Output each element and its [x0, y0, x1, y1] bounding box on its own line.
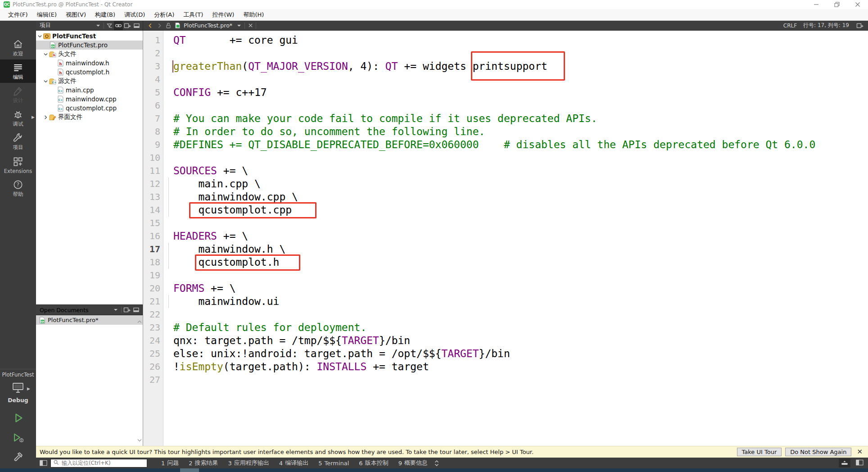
- code-editor[interactable]: QT += core gui greaterThan(QT_MAJOR_VERS…: [173, 31, 815, 386]
- h-file-icon: h: [56, 59, 64, 67]
- output-pane-2[interactable]: 2搜索结果: [184, 458, 223, 468]
- menu-item-0[interactable]: 文件(F): [4, 9, 32, 20]
- menu-item-4[interactable]: 调试(D): [120, 9, 149, 20]
- scroll-down-icon[interactable]: [137, 435, 142, 444]
- menu-item-8[interactable]: 帮助(H): [239, 9, 268, 20]
- chevron-down-icon[interactable]: [43, 79, 49, 84]
- go-forward-icon[interactable]: [155, 21, 164, 30]
- toggle-right-sidebar-icon[interactable]: [856, 459, 863, 467]
- tree-item-label: 头文件: [58, 50, 77, 58]
- panel-selector-dropdown-icon[interactable]: [94, 21, 103, 30]
- output-pane-buttons: 1问题2搜索结果3应用程序输出4编译输出5Terminal6版本控制9概要信息: [156, 458, 433, 468]
- tree-row-main.cpp[interactable]: C+main.cpp: [36, 86, 143, 95]
- kit-config-label: Debug: [8, 397, 28, 404]
- menu-bar: 文件(F)编辑(E)视图(V)构建(B)调试(D)分析(A)工具(T)控件(W)…: [0, 9, 868, 21]
- locator-input[interactable]: [61, 459, 145, 467]
- kit-target-button[interactable]: ▶: [11, 382, 25, 395]
- svg-text:Qt: Qt: [51, 45, 55, 48]
- tree-row-头文件[interactable]: h头文件: [36, 50, 143, 59]
- tree-row-mainwindow.h[interactable]: hmainwindow.h: [36, 59, 143, 68]
- close-window-button[interactable]: [847, 0, 868, 9]
- output-pane-4[interactable]: 4编译输出: [274, 458, 313, 468]
- run-debug-button[interactable]: [11, 431, 25, 445]
- tree-row-PlotFuncTest[interactable]: PlotFuncTest: [36, 32, 143, 41]
- editor-tab-label[interactable]: PlotFuncTest.pro*: [184, 22, 232, 29]
- mode-extensions[interactable]: Extensions: [0, 153, 36, 177]
- tree-row-mainwindow.cpp[interactable]: C+mainwindow.cpp: [36, 95, 143, 104]
- output-pane-9[interactable]: 9概要信息: [393, 458, 433, 468]
- line-ending-indicator[interactable]: CRLF: [783, 23, 797, 29]
- tree-row-界面文件[interactable]: 界面文件: [36, 113, 143, 122]
- tree-item-label: PlotFuncTest: [52, 32, 96, 40]
- menu-item-2[interactable]: 视图(V): [61, 9, 90, 20]
- tree-row-源文件[interactable]: C+源文件: [36, 77, 143, 86]
- mode-welcome[interactable]: 欢迎: [0, 36, 36, 59]
- svg-text:C+: C+: [58, 98, 62, 101]
- line-number: 12: [143, 177, 160, 191]
- tree-row-PlotFuncTest.pro[interactable]: QtPlotFuncTest.pro: [36, 41, 143, 50]
- output-pane-1[interactable]: 1问题: [156, 458, 184, 468]
- open-documents-dropdown-icon[interactable]: [111, 305, 120, 314]
- build-button[interactable]: [11, 450, 25, 465]
- restore-button[interactable]: [827, 0, 847, 9]
- run-button[interactable]: [11, 411, 25, 425]
- editor-tab-bar: PlotFuncTest.pro* CRLF 行号: 17, 列号: 19: [143, 21, 868, 30]
- menu-item-6[interactable]: 工具(T): [179, 9, 208, 20]
- pane-label: 问题: [167, 459, 179, 467]
- filter-icon[interactable]: [105, 21, 114, 30]
- sync-with-editor-icon[interactable]: [114, 21, 123, 30]
- kit-selector: PlotFuncTest ▶ Debug: [0, 369, 36, 468]
- mode-projects[interactable]: 项目: [0, 130, 36, 153]
- tree-row-qcustomplot.h[interactable]: hqcustomplot.h: [36, 68, 143, 77]
- build-progress-button[interactable]: [839, 458, 850, 467]
- chevron-right-icon[interactable]: [43, 115, 49, 120]
- mode-edit[interactable]: 编辑: [0, 59, 36, 83]
- tree-item-label: 界面文件: [58, 113, 82, 121]
- split-editor-icon[interactable]: [855, 21, 864, 30]
- line-number: 7: [143, 112, 160, 125]
- menu-item-1[interactable]: 编辑(E): [32, 9, 61, 20]
- mode-design[interactable]: 设计: [0, 83, 36, 106]
- line-number: 13: [143, 191, 160, 204]
- close-notification-icon[interactable]: ✕: [857, 449, 863, 455]
- code-line: # You can make your code fail to compile…: [173, 112, 815, 125]
- take-ui-tour-button[interactable]: Take UI Tour: [737, 448, 782, 456]
- split-panel-icon[interactable]: [123, 21, 132, 30]
- code-line: greaterThan(QT_MAJOR_VERSION, 4): QT += …: [173, 60, 815, 73]
- locator-box[interactable]: [50, 459, 147, 467]
- tree-item-label: qcustomplot.cpp: [66, 104, 117, 112]
- edit-icon: [12, 62, 24, 73]
- menu-item-3[interactable]: 构建(B): [90, 9, 120, 20]
- fold-guide: [168, 243, 169, 269]
- output-pane-3[interactable]: 3应用程序输出: [223, 458, 274, 468]
- svg-text:h: h: [59, 71, 62, 75]
- menu-item-7[interactable]: 控件(W): [208, 9, 239, 20]
- mode-debug[interactable]: 调试▶: [0, 106, 36, 130]
- code-line: [173, 269, 815, 282]
- close-open-documents-icon[interactable]: [131, 305, 140, 314]
- code-line: #DEFINES += QT_DISABLE_DEPRECATED_BEFORE…: [173, 138, 815, 151]
- output-pane-arrows-icon[interactable]: [434, 460, 439, 467]
- chevron-down-icon[interactable]: [43, 52, 49, 57]
- line-number: 1: [143, 34, 160, 47]
- tree-row-qcustomplot.cpp[interactable]: C+qcustomplot.cpp: [36, 104, 143, 113]
- pro-file-icon: Qt: [49, 41, 57, 49]
- close-document-icon[interactable]: [246, 21, 255, 30]
- extensions-icon: [12, 156, 24, 168]
- minimize-button[interactable]: [806, 0, 827, 9]
- toggle-left-sidebar-icon[interactable]: [40, 460, 47, 466]
- mode-help[interactable]: ?帮助: [0, 177, 36, 200]
- close-panel-icon[interactable]: [132, 21, 141, 30]
- menu-item-5[interactable]: 分析(A): [149, 9, 179, 20]
- output-pane-5[interactable]: 5Terminal: [313, 458, 354, 468]
- document-dropdown-icon[interactable]: [235, 21, 244, 30]
- go-back-icon[interactable]: [146, 21, 155, 30]
- split-open-documents-icon[interactable]: [122, 305, 131, 314]
- open-document-item[interactable]: QtPlotFuncTest.pro*: [36, 315, 143, 325]
- svg-text:C+: C+: [58, 89, 62, 92]
- code-line: mainwindow.h \: [173, 243, 815, 256]
- chevron-down-icon[interactable]: [37, 34, 43, 39]
- do-not-show-again-button[interactable]: Do Not Show Again: [785, 448, 851, 456]
- output-pane-6[interactable]: 6版本控制: [354, 458, 393, 468]
- scroll-up-icon[interactable]: [137, 317, 142, 325]
